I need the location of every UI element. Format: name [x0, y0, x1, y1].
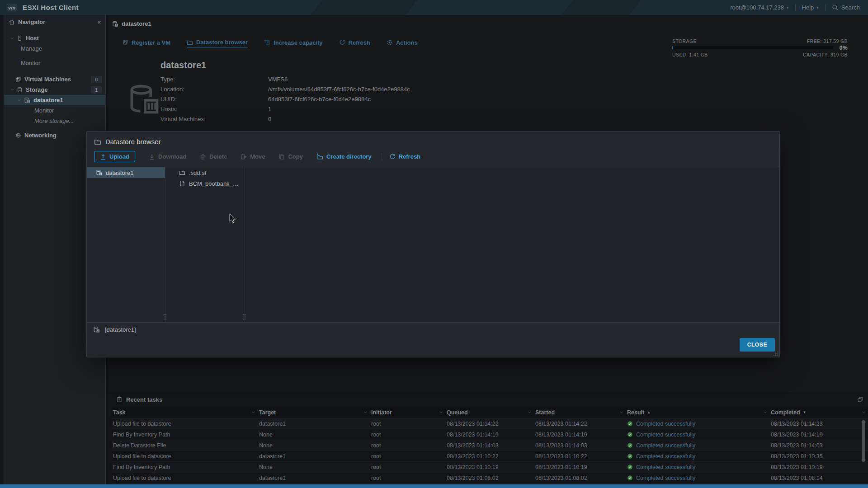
refresh-icon	[389, 154, 396, 160]
datastore-icon	[24, 97, 30, 103]
upload-icon	[100, 154, 106, 160]
table-row[interactable]: Upload file to datastore datastore1 root…	[112, 418, 868, 429]
table-row[interactable]: Find By Inventory Path None root 08/13/2…	[112, 462, 868, 473]
search-box[interactable]: Search	[832, 4, 860, 11]
user-menu[interactable]: root@100.74.17.238 ▾	[730, 4, 788, 11]
column-queued[interactable]: Queued	[445, 407, 534, 418]
detail-row: Type: VMFS6	[160, 74, 410, 84]
datastore-icon	[96, 169, 102, 176]
header-decoration	[561, 0, 641, 15]
actions-button[interactable]: Actions	[387, 39, 418, 47]
sidebar-item-more-storage[interactable]: More storage...	[4, 116, 105, 126]
copy-button[interactable]: Copy	[278, 153, 303, 160]
chevron-down-icon	[17, 98, 22, 103]
column-resize-grip[interactable]	[241, 314, 247, 320]
file-item-bcm-bootbank[interactable]: BCM_bootbank_…	[165, 178, 244, 189]
storage-progress-bar	[672, 46, 833, 49]
home-icon	[9, 19, 15, 25]
recent-tasks-title: Recent tasks	[126, 396, 162, 403]
increase-capacity-icon	[264, 39, 270, 46]
tree-item-datastore1[interactable]: datastore1	[87, 167, 165, 178]
refresh-button[interactable]: Refresh	[339, 39, 370, 47]
bottom-accent-bar	[0, 484, 868, 488]
success-check-icon	[627, 421, 633, 427]
register-vm-icon	[122, 39, 128, 46]
sidebar-item-datastore1[interactable]: datastore1	[4, 95, 105, 105]
folder-icon	[94, 138, 101, 145]
clipboard-icon	[116, 396, 123, 403]
copy-icon	[278, 154, 285, 160]
detail-row: Hosts: 1	[160, 104, 410, 114]
move-button[interactable]: Move	[241, 153, 265, 160]
top-bar: vm ESXi Host Client root@100.74.17.238 ▾…	[0, 0, 868, 15]
network-icon	[15, 132, 21, 138]
register-vm-button[interactable]: Register a VM	[122, 39, 170, 47]
chevron-down-icon[interactable]	[861, 410, 866, 415]
count-badge: 0	[91, 76, 102, 83]
dialog-resize-grip[interactable]	[773, 350, 778, 356]
sidebar-item-host[interactable]: Host	[4, 33, 105, 43]
chevron-down-icon[interactable]	[527, 410, 532, 415]
folder-icon	[187, 39, 193, 46]
datastore-icon	[93, 326, 100, 333]
gear-icon	[387, 39, 393, 46]
column-resize-grip[interactable]	[162, 314, 168, 320]
table-row[interactable]: Upload file to datastore datastore1 root…	[112, 451, 868, 462]
maximize-icon[interactable]	[857, 396, 863, 403]
success-check-icon	[627, 475, 633, 481]
sidebar-item-datastore-monitor[interactable]: Monitor	[4, 105, 105, 116]
header-decoration	[311, 0, 417, 15]
chevron-down-icon[interactable]	[763, 410, 768, 415]
browser-column-files: .sdd.sf BCM_bootbank_…	[165, 167, 245, 322]
table-row[interactable]: Find By Inventory Path None root 08/13/2…	[112, 429, 868, 440]
datastore-large-icon	[127, 83, 161, 117]
upload-button[interactable]: Upload	[94, 151, 135, 162]
file-icon	[179, 180, 185, 187]
scrollbar-thumb[interactable]	[862, 420, 865, 462]
create-directory-button[interactable]: Create directory	[316, 153, 372, 160]
selected-path: [datastore1]	[105, 326, 136, 333]
folder-plus-icon	[316, 153, 323, 160]
column-task[interactable]: Task	[112, 407, 258, 418]
chevron-down-icon[interactable]	[619, 410, 624, 415]
vm-icon	[15, 76, 21, 82]
storage-capacity: CAPACITY: 319 GB	[803, 52, 848, 57]
detail-row: UUID: 64d853f7-6fcf626c-b7ce-f0d4e2e9884…	[160, 94, 410, 104]
sidebar-item-manage[interactable]: Manage	[4, 43, 105, 54]
sidebar-item-virtual-machines[interactable]: Virtual Machines 0	[4, 74, 105, 84]
datastore-details: Type: VMFS6 Location: /vmfs/volumes/64d8…	[160, 74, 410, 124]
sidebar-item-storage[interactable]: Storage 1	[4, 84, 105, 95]
close-button[interactable]: CLOSE	[740, 338, 775, 352]
storage-percent: 0%	[840, 45, 848, 51]
chevron-down-icon: ▾	[787, 5, 789, 10]
dialog-refresh-button[interactable]: Refresh	[389, 153, 420, 160]
chevron-down-icon[interactable]	[439, 410, 443, 415]
detail-row: Location: /vmfs/volumes/64d853f7-6fcf626…	[160, 84, 410, 94]
dialog-title-bar: Datastore browser	[87, 131, 779, 150]
search-label: Search	[841, 4, 860, 11]
column-completed[interactable]: Completed ▼	[769, 407, 868, 418]
datastore-browser-button[interactable]: Datastore browser	[187, 39, 248, 47]
column-initiator[interactable]: Initiator	[370, 407, 445, 418]
table-row[interactable]: Delete Datastore File None root 08/13/20…	[112, 440, 868, 451]
dialog-toolbar: Upload Download Delete Move Copy Create …	[87, 150, 779, 167]
sort-asc-icon: ▲	[647, 410, 651, 414]
storage-meter: STORAGE FREE: 317.59 GB 0% USED: 1.41 GB…	[672, 38, 848, 58]
dialog-status-bar: [datastore1]	[87, 322, 779, 336]
dialog-footer: CLOSE	[87, 336, 779, 357]
increase-capacity-button[interactable]: Increase capacity	[264, 39, 322, 47]
delete-button[interactable]: Delete	[200, 153, 227, 160]
column-target[interactable]: Target	[258, 407, 370, 418]
file-item-sdd-sf[interactable]: .sdd.sf	[165, 167, 244, 178]
column-result[interactable]: Result ▲	[626, 407, 769, 418]
file-browser: datastore1 .sdd.sf BCM_bootbank_…	[87, 167, 779, 322]
help-menu[interactable]: Help ▾	[802, 4, 819, 11]
chevron-down-icon[interactable]	[363, 410, 368, 415]
sidebar-item-monitor[interactable]: Monitor	[4, 58, 105, 68]
chevron-down-icon[interactable]	[251, 410, 256, 415]
column-started[interactable]: Started	[534, 407, 626, 418]
collapse-sidebar-icon[interactable]: «	[98, 19, 101, 25]
navigator-title: Navigator	[18, 19, 45, 25]
table-row[interactable]: Upload file to datastore datastore1 root…	[112, 473, 868, 483]
download-button[interactable]: Download	[149, 153, 186, 160]
